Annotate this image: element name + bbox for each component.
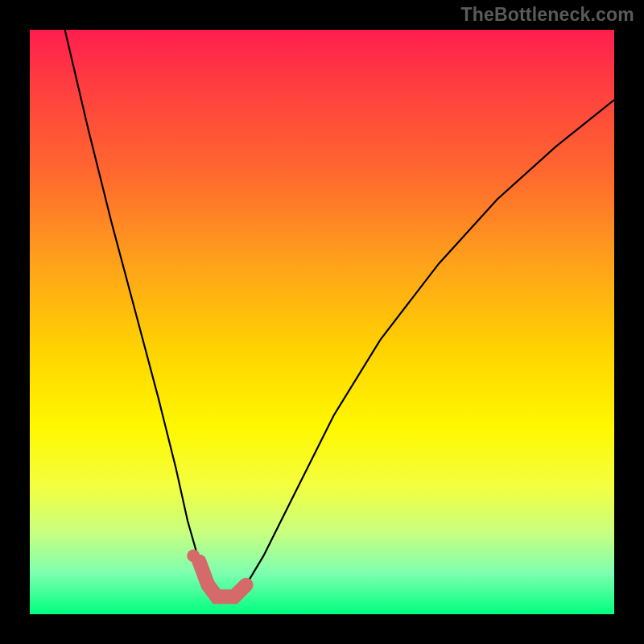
- optimal-region-marker: [200, 562, 246, 597]
- chart-frame: TheBottleneck.com: [0, 0, 644, 644]
- curve-layer: [30, 30, 614, 614]
- plot-area: [30, 30, 614, 614]
- bottleneck-curve: [65, 30, 614, 597]
- watermark-text: TheBottleneck.com: [460, 4, 634, 26]
- optimal-region-dot: [187, 549, 200, 562]
